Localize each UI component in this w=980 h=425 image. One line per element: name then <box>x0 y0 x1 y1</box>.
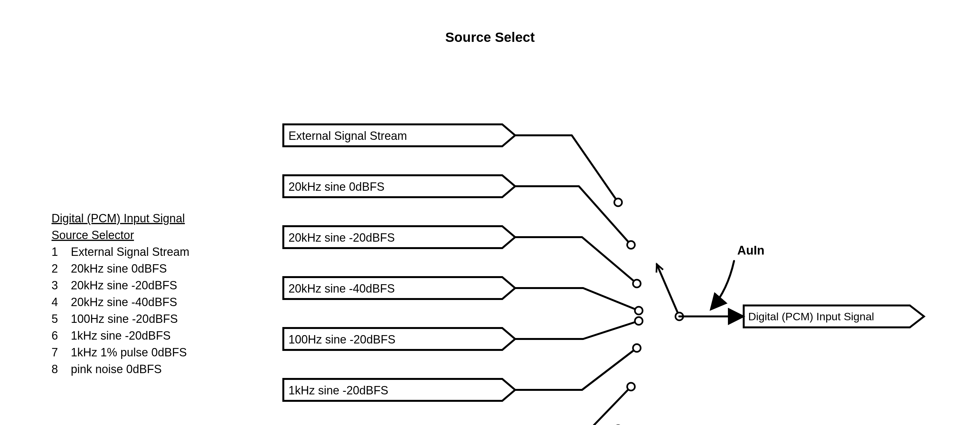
auin-arrow-icon <box>711 261 734 309</box>
output-tag: Digital (PCM) Input Signal <box>679 305 924 328</box>
legend-label: 1kHz sine -20dBFS <box>71 329 171 342</box>
switch-wiper <box>657 264 679 316</box>
source-wire <box>515 288 639 311</box>
legend-heading-2: Source Selector <box>51 228 134 242</box>
legend-num: 8 <box>51 363 58 376</box>
diagram-title: Source Select <box>445 30 535 45</box>
switch-terminal <box>614 198 622 206</box>
switch-terminal <box>627 383 635 390</box>
auin-label: AuIn <box>737 244 764 257</box>
source-wire <box>515 321 639 339</box>
legend-label: 1kHz 1% pulse 0dBFS <box>71 346 187 359</box>
source-label: 100Hz sine -20dBFS <box>288 333 395 346</box>
legend-num: 6 <box>51 329 58 342</box>
source-wire <box>515 237 637 284</box>
legend-num: 7 <box>51 346 58 359</box>
legend-label: 20kHz sine 0dBFS <box>71 262 167 275</box>
legend-label: pink noise 0dBFS <box>71 363 162 376</box>
switch-terminal <box>635 317 643 325</box>
legend-num: 5 <box>51 312 58 326</box>
wires <box>515 135 639 425</box>
auin-annotation: AuIn <box>711 244 764 309</box>
source-label: 20kHz sine -20dBFS <box>288 231 395 244</box>
switch-terminal <box>633 344 641 352</box>
legend-num: 2 <box>51 262 58 275</box>
switch-terminal <box>635 307 643 315</box>
legend-label: 20kHz sine -20dBFS <box>71 279 177 292</box>
legend-num: 1 <box>51 245 58 259</box>
legend-label: 100Hz sine -20dBFS <box>71 312 178 326</box>
source-select-diagram: Source Select Digital (PCM) Input Signal… <box>0 0 980 425</box>
legend-num: 3 <box>51 279 58 292</box>
rotary-switch <box>657 264 683 320</box>
source-label: 1kHz sine -20dBFS <box>288 384 388 397</box>
source-wire <box>515 387 631 425</box>
switch-nodes <box>614 198 643 425</box>
legend-label: External Signal Stream <box>71 245 189 259</box>
source-tags: External Signal Stream20kHz sine 0dBFS20… <box>283 125 515 425</box>
source-wire <box>515 348 637 390</box>
source-label: External Signal Stream <box>288 129 407 142</box>
source-label: 20kHz sine -40dBFS <box>288 282 395 295</box>
output-label: Digital (PCM) Input Signal <box>748 310 874 323</box>
source-wire <box>515 135 618 202</box>
legend-heading-1: Digital (PCM) Input Signal <box>51 212 185 225</box>
legend-label: 20kHz sine -40dBFS <box>71 296 177 309</box>
legend-box: Digital (PCM) Input SignalSource Selecto… <box>51 212 189 376</box>
legend-num: 4 <box>51 296 58 309</box>
switch-terminal <box>627 241 635 249</box>
switch-terminal <box>633 280 641 288</box>
source-label: 20kHz sine 0dBFS <box>288 180 384 193</box>
